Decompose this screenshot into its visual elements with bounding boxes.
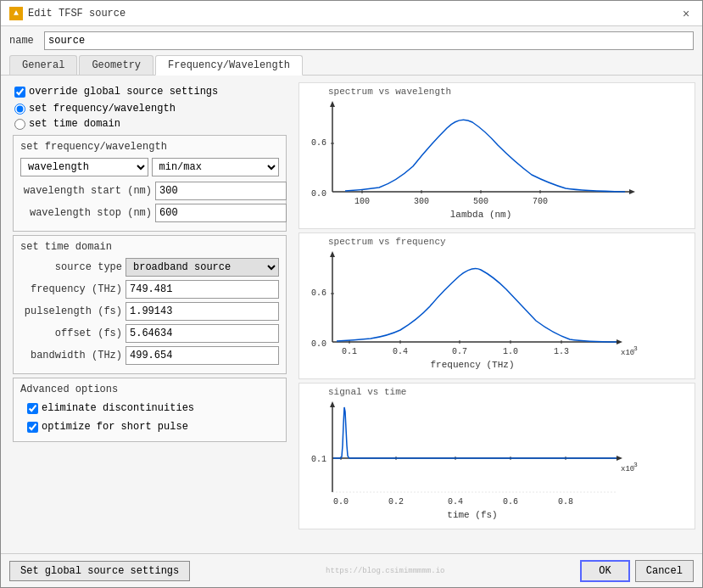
wavelength-start-row: wavelength start (nm): [20, 182, 279, 200]
radio-time[interactable]: [14, 119, 25, 130]
chart3-svg: 0.1 0.0 0.2 0.4 0.6 0.8 x10: [303, 399, 642, 522]
chart-spectrum-wavelength: spectrum vs wavelength 0.0 0.6: [298, 82, 695, 229]
tab-geometry[interactable]: Geometry: [79, 55, 153, 75]
bandwidth-input[interactable]: [126, 346, 279, 365]
eliminate-row: eliminate discontinuities: [20, 399, 279, 417]
bandwidth-label: bandwidth (THz): [20, 350, 122, 361]
svg-text:0.4: 0.4: [448, 497, 463, 507]
svg-text:0.0: 0.0: [311, 339, 326, 349]
svg-text:500: 500: [473, 197, 488, 206]
pulselength-input[interactable]: [126, 302, 279, 321]
chart-spectrum-frequency: spectrum vs frequency 0.0 0.6: [298, 232, 695, 379]
svg-marker-2: [629, 189, 635, 194]
svg-text:0.6: 0.6: [503, 497, 518, 507]
freq-wavelength-title: set frequency/wavelength: [20, 141, 279, 153]
frequency-row: frequency (THz): [20, 280, 279, 299]
dropdown-row: wavelength frequency min/max center/span: [20, 158, 279, 176]
optimize-row: optimize for short pulse: [20, 417, 279, 436]
svg-text:0.2: 0.2: [388, 497, 404, 507]
titlebar: ▲ Edit TFSF source ×: [1, 1, 702, 26]
chart2-svg: 0.0 0.6 0.1 0.4 0.7 1.0 1.3: [303, 249, 642, 372]
svg-text:3: 3: [633, 344, 638, 352]
radio-time-row: set time domain: [8, 116, 292, 132]
advanced-options-title: Advanced options: [20, 384, 279, 395]
pulselength-label: pulselength (fs): [20, 305, 122, 317]
radio-freq-label: set frequency/wavelength: [29, 103, 176, 115]
wavelength-stop-input[interactable]: [155, 204, 287, 222]
override-row: override global source settings: [8, 82, 292, 101]
advanced-options-section: Advanced options eliminate discontinuiti…: [13, 378, 287, 442]
svg-text:1.0: 1.0: [503, 347, 518, 356]
svg-text:time (fs): time (fs): [447, 510, 497, 520]
svg-text:100: 100: [354, 197, 370, 206]
source-type-dropdown[interactable]: broadband source: [126, 258, 279, 277]
tab-general[interactable]: General: [9, 55, 77, 75]
left-panel: override global source settings set freq…: [8, 82, 292, 529]
svg-marker-18: [617, 339, 622, 344]
wavelength-dropdown[interactable]: wavelength frequency: [20, 158, 148, 176]
svg-text:lambda (nm): lambda (nm): [450, 210, 512, 220]
name-input[interactable]: [44, 31, 694, 50]
radio-time-label: set time domain: [29, 118, 120, 130]
svg-text:0.6: 0.6: [311, 288, 326, 298]
svg-text:700: 700: [533, 197, 548, 206]
optimize-label: optimize for short pulse: [42, 421, 188, 433]
chart-signal-time: signal vs time 0.1 0.0 0.2: [298, 383, 695, 529]
override-checkbox[interactable]: [14, 87, 25, 98]
tabs-row: General Geometry Frequency/Wavelength: [1, 55, 702, 76]
wavelength-stop-label: wavelength stop (nm): [20, 207, 152, 219]
ok-cancel-row: OK Cancel: [580, 560, 694, 582]
svg-text:x10: x10: [621, 465, 634, 473]
set-global-button[interactable]: Set global source settings: [9, 561, 190, 581]
tab-frequency-wavelength[interactable]: Frequency/Wavelength: [155, 55, 303, 76]
chart2-title: spectrum vs frequency: [303, 237, 691, 247]
dialog: ▲ Edit TFSF source × name General Geomet…: [0, 0, 703, 588]
svg-text:frequency (THz): frequency (THz): [430, 360, 514, 370]
frequency-input[interactable]: [126, 280, 279, 299]
chart1-svg: 0.0 0.6 100 300 500 700: [303, 98, 642, 221]
eliminate-checkbox[interactable]: [27, 403, 38, 414]
close-button[interactable]: ×: [678, 6, 694, 21]
freq-wavelength-section: set frequency/wavelength wavelength freq…: [13, 135, 287, 232]
dialog-title: Edit TFSF source: [28, 8, 126, 20]
time-domain-title: set time domain: [20, 241, 279, 253]
override-label: override global source settings: [29, 86, 218, 98]
svg-text:0.1: 0.1: [342, 347, 357, 356]
chart1-title: spectrum vs wavelength: [303, 87, 691, 97]
optimize-checkbox[interactable]: [27, 422, 38, 433]
cancel-button[interactable]: Cancel: [635, 560, 694, 582]
wavelength-start-label: wavelength start (nm): [20, 185, 152, 197]
svg-text:300: 300: [414, 197, 429, 206]
svg-text:1.3: 1.3: [554, 347, 569, 356]
frequency-label: frequency (THz): [20, 283, 122, 295]
name-label: name: [9, 35, 39, 47]
svg-text:0.0: 0.0: [333, 497, 349, 507]
svg-text:0.6: 0.6: [311, 138, 326, 148]
source-type-label: source type: [20, 261, 122, 273]
eliminate-label: eliminate discontinuities: [42, 402, 194, 414]
svg-text:3: 3: [633, 461, 638, 468]
pulselength-row: pulselength (fs): [20, 302, 279, 321]
chart3-title: signal vs time: [303, 387, 691, 397]
source-type-row: source type broadband source: [20, 258, 279, 277]
offset-row: offset (fs): [20, 324, 279, 343]
right-panel: spectrum vs wavelength 0.0 0.6: [298, 82, 695, 529]
svg-text:0.8: 0.8: [558, 497, 573, 507]
offset-input[interactable]: [126, 324, 279, 343]
time-domain-section: set time domain source type broadband so…: [13, 235, 287, 374]
svg-text:0.7: 0.7: [452, 347, 467, 356]
svg-text:0.1: 0.1: [311, 455, 326, 464]
svg-marker-3: [330, 101, 335, 107]
content-area: override global source settings set freq…: [1, 76, 702, 536]
wavelength-start-input[interactable]: [155, 182, 287, 200]
radio-freq-row: set frequency/wavelength: [8, 101, 292, 116]
svg-text:0.4: 0.4: [393, 347, 408, 356]
radio-freq[interactable]: [14, 104, 25, 115]
svg-marker-39: [330, 401, 335, 407]
bandwidth-row: bandwidth (THz): [20, 346, 279, 365]
bottom-bar: Set global source settings https://blog.…: [1, 553, 702, 587]
ok-button[interactable]: OK: [580, 560, 629, 582]
minmax-dropdown[interactable]: min/max center/span: [152, 158, 280, 176]
watermark: https://blog.csimimmmmm.io: [326, 567, 444, 575]
svg-text:x10: x10: [621, 349, 634, 357]
